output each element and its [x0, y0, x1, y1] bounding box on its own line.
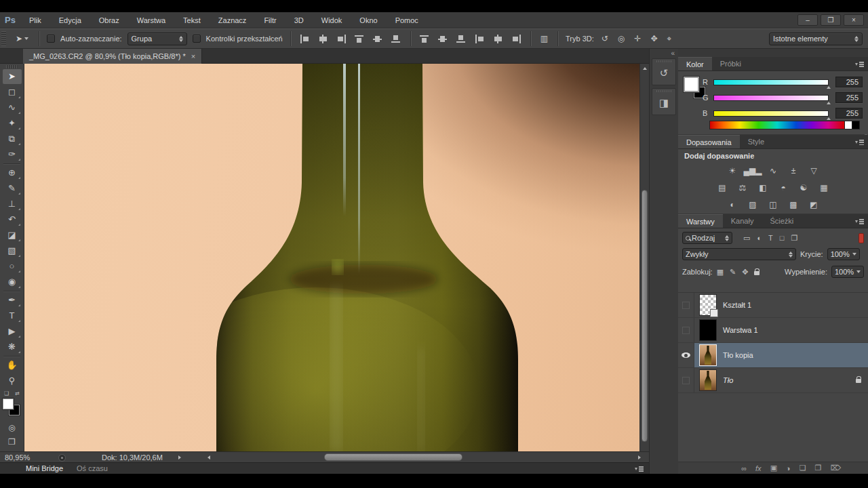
type-tool[interactable]: T: [3, 308, 22, 323]
layer-row-tlo[interactable]: Tło: [678, 368, 868, 393]
gradient-map-icon[interactable]: ▩: [785, 198, 802, 211]
menu-zaznacz[interactable]: Zaznacz: [210, 12, 256, 28]
slider-marker-icon[interactable]: [827, 86, 831, 89]
filter-type-layers-icon[interactable]: T: [768, 234, 773, 243]
transform-controls-checkbox[interactable]: [193, 35, 201, 43]
vertical-scrollbar-thumb[interactable]: [642, 190, 648, 442]
distribute-right-edges-icon[interactable]: [511, 35, 521, 43]
filter-shape-layers-icon[interactable]: □: [780, 234, 785, 243]
green-slider[interactable]: [713, 95, 829, 101]
color-lookup-icon[interactable]: ▦: [816, 181, 832, 194]
layer-name[interactable]: Tło: [723, 376, 733, 384]
filter-pixel-layers-icon[interactable]: ▭: [743, 234, 750, 243]
fill-dropdown[interactable]: 100%: [831, 266, 864, 278]
menu-edycja[interactable]: Edycja: [50, 12, 90, 28]
filter-adjustment-layers-icon[interactable]: ◐: [757, 234, 762, 243]
filter-smart-objects-icon[interactable]: ❐: [791, 234, 797, 243]
layer-row-warstwa1[interactable]: Warstwa 1: [678, 318, 868, 343]
pen-tool[interactable]: ✒: [3, 293, 22, 308]
curves-icon[interactable]: ∿: [765, 164, 781, 177]
history-brush-tool[interactable]: ↶: [3, 212, 22, 227]
scroll-up-icon[interactable]: [643, 67, 647, 70]
layer-name[interactable]: Warstwa 1: [723, 326, 758, 334]
properties-panel-button[interactable]: ◨: [652, 88, 676, 115]
move-tool[interactable]: ➤: [3, 69, 22, 84]
visibility-cell[interactable]: [678, 368, 694, 392]
invert-icon[interactable]: ◐: [724, 198, 741, 211]
foreground-color-swatch[interactable]: [3, 399, 14, 409]
restore-button[interactable]: ❐: [821, 14, 841, 26]
menu-okno[interactable]: Okno: [351, 12, 386, 28]
auto-select-checkbox[interactable]: [47, 35, 55, 43]
filter-type-dropdown[interactable]: Rodzaj: [682, 232, 732, 244]
visibility-cell[interactable]: [678, 318, 694, 342]
distribute-spacing-icon[interactable]: ▥: [538, 34, 550, 43]
visibility-off-icon[interactable]: [682, 302, 690, 309]
tab-mini-bridge[interactable]: Mini Bridge: [26, 464, 63, 472]
color-balance-icon[interactable]: ⚖: [734, 181, 751, 194]
brush-tool[interactable]: ✎: [3, 181, 22, 196]
align-vertical-centers-icon[interactable]: [373, 35, 383, 43]
scroll-left-icon[interactable]: [208, 455, 210, 460]
crop-tool[interactable]: ⧉: [3, 131, 22, 146]
link-layers-icon[interactable]: ∞: [741, 464, 747, 472]
layer-thumbnail[interactable]: [699, 294, 717, 316]
tab-close-icon[interactable]: ×: [191, 52, 195, 60]
3d-slide-icon[interactable]: ✥: [648, 34, 659, 43]
delete-layer-icon[interactable]: ⌦: [830, 464, 841, 472]
visibility-eye-icon[interactable]: [682, 352, 690, 358]
layer-thumbnail[interactable]: [699, 319, 717, 341]
black-white-icon[interactable]: ◧: [755, 181, 771, 194]
opacity-dropdown[interactable]: 100%: [827, 248, 860, 260]
current-tool-button[interactable]: ➤: [13, 33, 31, 45]
new-group-icon[interactable]: ❏: [800, 464, 806, 472]
slider-marker-icon[interactable]: [827, 117, 831, 120]
tab-style[interactable]: Style: [740, 135, 772, 148]
visibility-cell[interactable]: [678, 293, 694, 317]
tab-sciezki[interactable]: Ścieżki: [762, 214, 802, 228]
3d-rotate-icon[interactable]: ↺: [599, 34, 610, 43]
menu-tekst[interactable]: Tekst: [174, 12, 210, 28]
menu-widok[interactable]: Widok: [313, 12, 351, 28]
lock-position-icon[interactable]: ✥: [742, 268, 748, 277]
new-adjustment-layer-icon[interactable]: ◑: [786, 464, 791, 472]
minimize-button[interactable]: –: [797, 14, 818, 26]
threshold-icon[interactable]: ◫: [765, 198, 781, 211]
exposure-icon[interactable]: ±: [785, 164, 802, 177]
history-panel-button[interactable]: ↺: [652, 58, 676, 85]
zoom-tool[interactable]: ⚲: [3, 373, 22, 388]
blur-tool[interactable]: ○: [3, 259, 22, 274]
tab-warstwy[interactable]: Warstwy: [678, 214, 723, 228]
layer-name[interactable]: Tło kopia: [723, 351, 753, 359]
tab-probki[interactable]: Próbki: [712, 57, 749, 70]
white-swatch[interactable]: [845, 121, 852, 129]
photo-filter-icon[interactable]: ◓: [775, 181, 791, 194]
color-spectrum-ramp[interactable]: [709, 121, 845, 129]
align-horizontal-centers-icon[interactable]: [318, 35, 328, 43]
auto-select-group-dropdown[interactable]: Grupa: [127, 33, 187, 45]
dodge-tool[interactable]: ◉: [3, 274, 22, 289]
menu-3d[interactable]: 3D: [285, 12, 313, 28]
status-widget-icon[interactable]: [58, 454, 66, 462]
swap-colors-icon[interactable]: ⇄: [15, 390, 20, 396]
workspace-switcher[interactable]: Istotne elementy: [769, 33, 863, 45]
filtering-toggle[interactable]: [859, 233, 864, 243]
vertical-scrollbar[interactable]: [639, 64, 649, 451]
distribute-left-edges-icon[interactable]: [475, 35, 485, 43]
horizontal-scrollbar-thumb[interactable]: [324, 453, 462, 461]
layer-name[interactable]: Kształt 1: [723, 301, 751, 309]
channel-mixer-icon[interactable]: ☯: [795, 181, 812, 194]
close-button[interactable]: ×: [844, 14, 864, 26]
healing-brush-tool[interactable]: ⊕: [3, 165, 22, 180]
foreground-color-swatch[interactable]: [684, 77, 699, 92]
eraser-tool[interactable]: ◪: [3, 228, 22, 243]
hand-tool[interactable]: ✋: [3, 358, 22, 373]
distribute-vertical-centers-icon[interactable]: [438, 35, 448, 43]
posterize-icon[interactable]: ▨: [745, 198, 761, 211]
3d-roll-icon[interactable]: ◎: [616, 34, 627, 43]
align-bottom-edges-icon[interactable]: [391, 35, 401, 43]
hue-saturation-icon[interactable]: ▤: [714, 181, 730, 194]
menu-plik[interactable]: Plik: [20, 12, 50, 28]
layer-thumbnail[interactable]: [699, 344, 717, 366]
clone-stamp-tool[interactable]: ⊥: [3, 197, 22, 211]
